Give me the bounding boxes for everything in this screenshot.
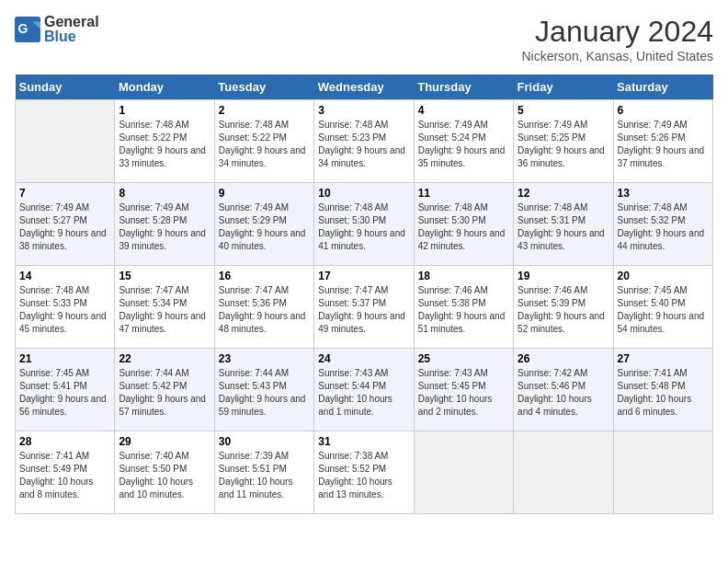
calendar-cell: 19Sunrise: 7:46 AMSunset: 5:39 PMDayligh… <box>514 266 613 349</box>
calendar-cell: 11Sunrise: 7:48 AMSunset: 5:30 PMDayligh… <box>414 183 513 266</box>
calendar-cell: 5Sunrise: 7:49 AMSunset: 5:25 PMDaylight… <box>514 100 613 183</box>
header-friday: Friday <box>514 75 613 100</box>
calendar-cell: 12Sunrise: 7:48 AMSunset: 5:31 PMDayligh… <box>514 183 613 266</box>
calendar-table: SundayMondayTuesdayWednesdayThursdayFrid… <box>15 75 713 514</box>
calendar-cell <box>16 100 115 183</box>
day-number: 8 <box>119 187 210 200</box>
day-info: Sunrise: 7:43 AMSunset: 5:44 PMDaylight:… <box>318 367 409 419</box>
header-sunday: Sunday <box>16 75 115 100</box>
day-info: Sunrise: 7:47 AMSunset: 5:34 PMDaylight:… <box>119 284 210 336</box>
day-number: 23 <box>219 352 310 365</box>
day-number: 12 <box>518 187 609 200</box>
title-block: January 2024 Nickerson, Kansas, United S… <box>521 15 713 63</box>
header-tuesday: Tuesday <box>214 75 313 100</box>
day-number: 6 <box>618 104 709 117</box>
calendar-week-row: 14Sunrise: 7:48 AMSunset: 5:33 PMDayligh… <box>16 266 713 349</box>
day-info: Sunrise: 7:40 AMSunset: 5:50 PMDaylight:… <box>119 450 210 501</box>
calendar-cell: 4Sunrise: 7:49 AMSunset: 5:24 PMDaylight… <box>414 100 513 183</box>
day-number: 28 <box>19 435 110 448</box>
calendar-cell: 29Sunrise: 7:40 AMSunset: 5:50 PMDayligh… <box>115 431 214 514</box>
calendar-cell: 21Sunrise: 7:45 AMSunset: 5:41 PMDayligh… <box>16 349 115 431</box>
calendar-cell: 7Sunrise: 7:49 AMSunset: 5:27 PMDaylight… <box>16 183 115 266</box>
location-text: Nickerson, Kansas, United States <box>521 49 713 63</box>
day-info: Sunrise: 7:42 AMSunset: 5:46 PMDaylight:… <box>518 367 609 419</box>
day-info: Sunrise: 7:46 AMSunset: 5:38 PMDaylight:… <box>418 284 509 336</box>
calendar-cell: 23Sunrise: 7:44 AMSunset: 5:43 PMDayligh… <box>214 349 313 431</box>
calendar-cell: 13Sunrise: 7:48 AMSunset: 5:32 PMDayligh… <box>613 183 712 266</box>
calendar-cell: 27Sunrise: 7:41 AMSunset: 5:48 PMDayligh… <box>613 349 712 431</box>
calendar-cell: 6Sunrise: 7:49 AMSunset: 5:26 PMDaylight… <box>613 100 712 183</box>
day-number: 1 <box>119 104 210 117</box>
day-info: Sunrise: 7:48 AMSunset: 5:30 PMDaylight:… <box>318 201 409 253</box>
day-number: 2 <box>219 104 310 117</box>
calendar-cell: 24Sunrise: 7:43 AMSunset: 5:44 PMDayligh… <box>314 349 414 431</box>
day-info: Sunrise: 7:48 AMSunset: 5:32 PMDaylight:… <box>618 201 709 253</box>
day-info: Sunrise: 7:43 AMSunset: 5:45 PMDaylight:… <box>418 367 509 419</box>
calendar-cell: 31Sunrise: 7:38 AMSunset: 5:52 PMDayligh… <box>314 431 414 514</box>
day-info: Sunrise: 7:47 AMSunset: 5:37 PMDaylight:… <box>318 284 409 336</box>
day-number: 9 <box>219 187 310 200</box>
day-info: Sunrise: 7:48 AMSunset: 5:31 PMDaylight:… <box>518 201 609 253</box>
day-info: Sunrise: 7:39 AMSunset: 5:51 PMDaylight:… <box>219 450 310 501</box>
day-number: 14 <box>19 270 110 282</box>
calendar-week-row: 7Sunrise: 7:49 AMSunset: 5:27 PMDaylight… <box>16 183 713 266</box>
logo-general-text: General <box>44 14 99 29</box>
day-number: 25 <box>418 352 509 365</box>
day-number: 19 <box>518 270 609 282</box>
day-number: 27 <box>618 352 709 365</box>
calendar-week-row: 28Sunrise: 7:41 AMSunset: 5:49 PMDayligh… <box>16 431 713 514</box>
svg-text:G: G <box>18 21 28 36</box>
day-info: Sunrise: 7:48 AMSunset: 5:22 PMDaylight:… <box>119 119 210 170</box>
day-info: Sunrise: 7:44 AMSunset: 5:42 PMDaylight:… <box>119 367 210 419</box>
calendar-cell: 20Sunrise: 7:45 AMSunset: 5:40 PMDayligh… <box>613 266 712 349</box>
calendar-cell: 9Sunrise: 7:49 AMSunset: 5:29 PMDaylight… <box>214 183 313 266</box>
calendar-cell: 28Sunrise: 7:41 AMSunset: 5:49 PMDayligh… <box>16 431 115 514</box>
calendar-cell: 3Sunrise: 7:48 AMSunset: 5:23 PMDaylight… <box>314 100 414 183</box>
day-number: 24 <box>318 352 409 365</box>
calendar-cell: 15Sunrise: 7:47 AMSunset: 5:34 PMDayligh… <box>115 266 214 349</box>
calendar-cell: 2Sunrise: 7:48 AMSunset: 5:22 PMDaylight… <box>214 100 313 183</box>
day-number: 13 <box>618 187 709 200</box>
day-number: 5 <box>518 104 609 117</box>
day-info: Sunrise: 7:38 AMSunset: 5:52 PMDaylight:… <box>318 450 409 501</box>
day-number: 10 <box>318 187 409 200</box>
day-number: 7 <box>19 187 110 200</box>
day-info: Sunrise: 7:49 AMSunset: 5:24 PMDaylight:… <box>418 119 509 170</box>
day-info: Sunrise: 7:49 AMSunset: 5:28 PMDaylight:… <box>119 201 210 253</box>
day-info: Sunrise: 7:44 AMSunset: 5:43 PMDaylight:… <box>219 367 310 419</box>
day-number: 21 <box>19 352 110 365</box>
calendar-cell: 1Sunrise: 7:48 AMSunset: 5:22 PMDaylight… <box>115 100 214 183</box>
day-info: Sunrise: 7:48 AMSunset: 5:22 PMDaylight:… <box>219 119 310 170</box>
calendar-cell: 8Sunrise: 7:49 AMSunset: 5:28 PMDaylight… <box>115 183 214 266</box>
calendar-cell: 17Sunrise: 7:47 AMSunset: 5:37 PMDayligh… <box>314 266 414 349</box>
calendar-header-row: SundayMondayTuesdayWednesdayThursdayFrid… <box>16 75 713 100</box>
header-wednesday: Wednesday <box>314 75 414 100</box>
day-number: 17 <box>318 270 409 282</box>
calendar-cell: 16Sunrise: 7:47 AMSunset: 5:36 PMDayligh… <box>214 266 313 349</box>
page-header: G General Blue January 2024 Nickerson, K… <box>15 15 713 63</box>
day-info: Sunrise: 7:45 AMSunset: 5:40 PMDaylight:… <box>618 284 709 336</box>
day-info: Sunrise: 7:49 AMSunset: 5:27 PMDaylight:… <box>19 201 110 253</box>
day-info: Sunrise: 7:48 AMSunset: 5:33 PMDaylight:… <box>19 284 110 336</box>
logo: G General Blue <box>15 15 99 44</box>
header-monday: Monday <box>115 75 214 100</box>
day-number: 18 <box>418 270 509 282</box>
calendar-cell: 18Sunrise: 7:46 AMSunset: 5:38 PMDayligh… <box>414 266 513 349</box>
day-number: 26 <box>518 352 609 365</box>
day-number: 20 <box>618 270 709 282</box>
day-info: Sunrise: 7:47 AMSunset: 5:36 PMDaylight:… <box>219 284 310 336</box>
day-number: 15 <box>119 270 210 282</box>
day-info: Sunrise: 7:41 AMSunset: 5:48 PMDaylight:… <box>618 367 709 419</box>
day-number: 30 <box>219 435 310 448</box>
calendar-body: 1Sunrise: 7:48 AMSunset: 5:22 PMDaylight… <box>16 100 713 514</box>
day-number: 16 <box>219 270 310 282</box>
calendar-cell: 14Sunrise: 7:48 AMSunset: 5:33 PMDayligh… <box>16 266 115 349</box>
calendar-cell: 25Sunrise: 7:43 AMSunset: 5:45 PMDayligh… <box>414 349 513 431</box>
day-number: 11 <box>418 187 509 200</box>
calendar-cell: 30Sunrise: 7:39 AMSunset: 5:51 PMDayligh… <box>214 431 313 514</box>
calendar-cell <box>514 431 613 514</box>
day-info: Sunrise: 7:49 AMSunset: 5:26 PMDaylight:… <box>618 119 709 170</box>
header-thursday: Thursday <box>414 75 513 100</box>
day-info: Sunrise: 7:48 AMSunset: 5:30 PMDaylight:… <box>418 201 509 253</box>
calendar-week-row: 21Sunrise: 7:45 AMSunset: 5:41 PMDayligh… <box>16 349 713 431</box>
